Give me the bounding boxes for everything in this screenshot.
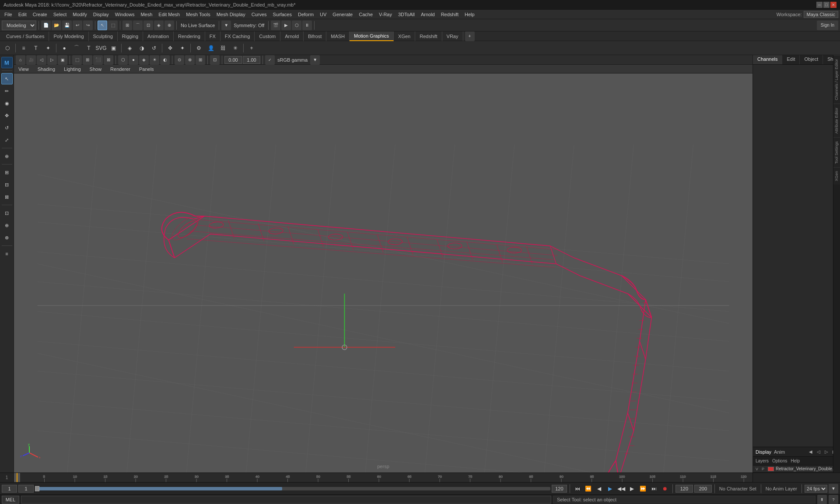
scale-tool-sidebar[interactable]: ⤢ bbox=[1, 134, 13, 146]
layer-item-retractor[interactable]: V P Retractor_Veterinary_Double_E bbox=[753, 466, 840, 472]
new-scene-button[interactable]: 📄 bbox=[41, 21, 51, 30]
menu-create[interactable]: Create bbox=[30, 11, 50, 18]
menu-edit[interactable]: Edit bbox=[16, 11, 29, 18]
mg-tool-6[interactable]: ⌒ bbox=[71, 42, 82, 54]
help-menu-item[interactable]: Help bbox=[791, 458, 800, 463]
mg-tool-11[interactable]: ◑ bbox=[136, 42, 147, 54]
snap-view-button[interactable]: ⊕ bbox=[164, 21, 174, 30]
lp-anim-tab[interactable]: Anim bbox=[774, 449, 785, 455]
vp-shadow-btn[interactable]: ◐ bbox=[160, 55, 170, 65]
pb-next-key[interactable]: ⏩ bbox=[638, 484, 648, 494]
vp-wireframe-btn[interactable]: ⬡ bbox=[118, 55, 128, 65]
snap-surface-button[interactable]: ◈ bbox=[154, 21, 164, 30]
layers-menu-item[interactable]: Layers bbox=[756, 458, 769, 463]
menu-redshift[interactable]: Redshift bbox=[438, 11, 461, 18]
tab-custom[interactable]: Custom bbox=[255, 32, 280, 41]
tab-xgen[interactable]: XGen bbox=[394, 32, 415, 41]
vp-gamma-check[interactable]: ✓ bbox=[265, 55, 275, 65]
menu-display[interactable]: Display bbox=[91, 11, 112, 18]
pb-goto-start[interactable]: ⏮ bbox=[573, 484, 582, 494]
pb-goto-end[interactable]: ⏭ bbox=[649, 484, 659, 494]
timeline-ruler[interactable]: 5 10 15 20 25 30 35 40 45 50 5 bbox=[14, 473, 752, 482]
tab-rigging[interactable]: Rigging bbox=[118, 32, 143, 41]
menu-arnold[interactable]: Arnold bbox=[418, 11, 438, 18]
vp-panels-menu[interactable]: Panels bbox=[136, 66, 157, 73]
vp-next-frame[interactable]: ▷ bbox=[47, 55, 57, 65]
playback-current-frame[interactable] bbox=[18, 485, 34, 493]
vp-view-menu[interactable]: View bbox=[16, 66, 32, 73]
maximize-button[interactable]: □ bbox=[823, 2, 830, 8]
vp-shading-menu[interactable]: Shading bbox=[35, 66, 58, 73]
mg-tool-13[interactable]: ✥ bbox=[164, 42, 176, 54]
render-settings-button[interactable]: 🎬 bbox=[271, 21, 280, 30]
snap-grid-button[interactable]: ⊞ bbox=[122, 21, 132, 30]
frame-range-slider[interactable] bbox=[35, 487, 550, 490]
menu-vray[interactable]: V-Ray bbox=[376, 11, 395, 18]
playback-range-end[interactable] bbox=[676, 485, 693, 493]
vp-cam-list[interactable]: 🎥 bbox=[26, 55, 36, 65]
viewport[interactable]: ⌂ 🎥 ◁ ▷ ▣ ⬚ ⊞ ⬛ ⊠ ⬡ ● ◈ ☀ ◐ ⊙ ⊗ ⊞ ⊡ bbox=[14, 55, 752, 472]
mg-tool-16[interactable]: 👤 bbox=[205, 42, 217, 54]
menu-curves[interactable]: Curves bbox=[249, 11, 270, 18]
playback-max-frame[interactable] bbox=[694, 485, 712, 493]
vp-renderer-menu[interactable]: Renderer bbox=[108, 66, 133, 73]
range-left-handle[interactable] bbox=[35, 486, 39, 491]
playback-options-btn[interactable]: ▼ bbox=[829, 484, 838, 494]
shelf-icon-6[interactable]: ⊗ bbox=[1, 232, 13, 243]
tab-fx-caching[interactable]: FX Caching bbox=[220, 32, 255, 41]
pb-prev-frame[interactable]: ◀ bbox=[595, 484, 604, 494]
mg-tool-5[interactable]: ● bbox=[59, 42, 70, 54]
menu-file[interactable]: File bbox=[2, 11, 15, 18]
rp-tab-channels[interactable]: Channels bbox=[753, 55, 782, 64]
shelf-icon-2[interactable]: ⊟ bbox=[1, 179, 13, 190]
vp-snap-camera-btn[interactable]: ⊡ bbox=[210, 55, 220, 65]
vp-resolution-btn[interactable]: ⊞ bbox=[196, 55, 205, 65]
pb-prev-key[interactable]: ⏪ bbox=[584, 484, 593, 494]
vp-layout-1[interactable]: ⬚ bbox=[72, 55, 82, 65]
menu-surfaces[interactable]: Surfaces bbox=[270, 11, 294, 18]
mg-tool-7[interactable]: T bbox=[83, 42, 94, 54]
vp-smooth-btn[interactable]: ● bbox=[129, 55, 138, 65]
menu-deform[interactable]: Deform bbox=[295, 11, 316, 18]
vp-show-menu[interactable]: Show bbox=[87, 66, 105, 73]
pb-play-backward[interactable]: ◀◀ bbox=[616, 484, 626, 494]
rotate-tool-sidebar[interactable]: ↺ bbox=[1, 122, 13, 133]
playback-start-frame[interactable] bbox=[2, 485, 17, 493]
vp-prev-frame[interactable]: ◁ bbox=[37, 55, 46, 65]
snap-point-button[interactable]: ⊡ bbox=[144, 21, 153, 30]
pb-next-frame[interactable]: ▶ bbox=[627, 484, 637, 494]
shelf-icon-4[interactable]: ⊡ bbox=[1, 207, 13, 219]
tool-settings-label[interactable]: Tool Settings bbox=[833, 137, 840, 168]
vp-home-button[interactable]: ⌂ bbox=[16, 55, 25, 65]
menu-uv[interactable]: UV bbox=[317, 11, 329, 18]
mg-tool-4[interactable]: ✦ bbox=[42, 42, 54, 54]
tab-poly-modeling[interactable]: Poly Modeling bbox=[49, 32, 88, 41]
menu-mesh-display[interactable]: Mesh Display bbox=[214, 11, 248, 18]
vp-gamma-dropdown[interactable]: ▼ bbox=[310, 55, 320, 65]
menu-edit-mesh[interactable]: Edit Mesh bbox=[156, 11, 182, 18]
mg-tool-8[interactable]: SVG bbox=[95, 42, 107, 54]
xgen-label[interactable]: XGen bbox=[833, 167, 840, 185]
add-tab-button[interactable]: + bbox=[465, 32, 475, 41]
shelf-icon-5[interactable]: ⊕ bbox=[1, 220, 13, 231]
shelf-icon-3[interactable]: ⊠ bbox=[1, 191, 13, 203]
symmetry-dropdown-button[interactable]: ▼ bbox=[221, 21, 231, 30]
vp-layout-2[interactable]: ⊞ bbox=[83, 55, 92, 65]
menu-3dtoall[interactable]: 3DToAll bbox=[396, 11, 417, 18]
select-tool-sidebar[interactable]: ↖ bbox=[1, 73, 13, 84]
tab-curves-surfaces[interactable]: Curves / Surfaces bbox=[2, 32, 49, 41]
vp-layout-4[interactable]: ⊠ bbox=[104, 55, 113, 65]
layer-ctrl-next[interactable]: ▷ bbox=[823, 449, 830, 455]
tab-animation[interactable]: Animation bbox=[143, 32, 174, 41]
channels-layer-label[interactable]: Channels / Layer Editor bbox=[833, 55, 840, 104]
move-tool-sidebar[interactable]: ✥ bbox=[1, 110, 13, 121]
rp-tab-edit[interactable]: Edit bbox=[782, 55, 800, 64]
redo-button[interactable]: ↪ bbox=[83, 21, 93, 30]
menu-mesh[interactable]: Mesh bbox=[138, 11, 155, 18]
mg-tool-12[interactable]: ↺ bbox=[148, 42, 160, 54]
tab-motion-graphics[interactable]: Motion Graphics bbox=[350, 32, 394, 41]
sign-in-button[interactable]: Sign In bbox=[817, 21, 838, 30]
fps-dropdown[interactable]: 24 fps 30 fps 60 fps bbox=[805, 485, 827, 493]
tab-fx[interactable]: FX bbox=[205, 32, 220, 41]
pb-record[interactable]: ⏺ bbox=[660, 484, 670, 494]
